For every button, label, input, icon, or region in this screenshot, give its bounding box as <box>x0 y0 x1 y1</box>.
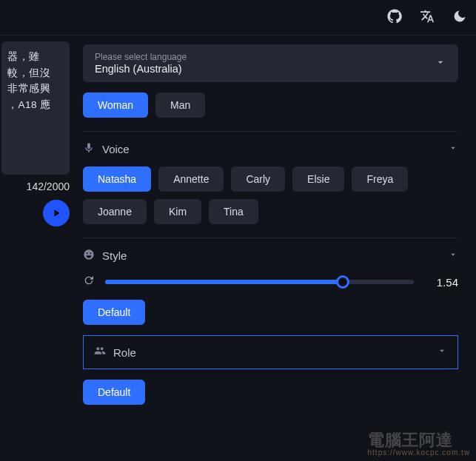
watermark: 電腦王阿達 https://www.kocpc.com.tw <box>368 429 470 457</box>
voice-elsie[interactable]: Elsie <box>292 166 344 192</box>
smile-icon <box>83 249 95 263</box>
mic-icon <box>83 142 95 156</box>
style-header[interactable]: Style <box>83 249 458 263</box>
gender-woman[interactable]: Woman <box>83 92 148 118</box>
voice-carly[interactable]: Carly <box>231 166 285 192</box>
chevron-down-icon <box>437 346 447 359</box>
play-button[interactable] <box>43 200 70 226</box>
style-default-button[interactable]: Default <box>83 300 145 325</box>
voice-tina[interactable]: Tina <box>209 199 258 224</box>
main-container: 器，雖 較，但沒 非常感興 ，A18 應 142/2000 Please sel… <box>0 36 476 461</box>
role-title: Role <box>113 346 429 359</box>
voice-annette[interactable]: Annette <box>158 166 224 192</box>
chevron-down-icon <box>448 249 458 262</box>
translate-icon[interactable] <box>420 9 435 27</box>
language-hint: Please select language <box>95 52 187 62</box>
chevron-down-icon <box>435 56 446 71</box>
github-icon[interactable] <box>387 9 402 27</box>
reset-icon[interactable] <box>83 275 95 289</box>
style-value: 1.54 <box>424 276 458 289</box>
play-icon <box>50 207 62 219</box>
text-line: ，A18 應 <box>7 97 64 113</box>
role-header[interactable]: Role <box>83 335 458 369</box>
topbar <box>0 0 476 36</box>
people-icon <box>94 345 106 360</box>
chevron-down-icon <box>448 143 458 155</box>
style-section: Style 1.54 Default <box>83 238 458 325</box>
style-title: Style <box>102 249 127 262</box>
right-column: Please select language English (Australi… <box>74 36 476 461</box>
voice-header[interactable]: Voice <box>83 142 458 156</box>
gender-row: WomanMan <box>83 92 458 118</box>
moon-icon[interactable] <box>452 9 467 27</box>
text-input[interactable]: 器，雖 較，但沒 非常感興 ，A18 應 <box>1 41 70 175</box>
voice-row: NatashaAnnetteCarlyElsieFreyaJoanneKimTi… <box>83 166 458 224</box>
text-line: 較，但沒 <box>7 65 64 81</box>
gender-man[interactable]: Man <box>155 92 205 118</box>
style-slider[interactable] <box>105 280 414 284</box>
slider-thumb[interactable] <box>336 275 349 289</box>
voice-joanne[interactable]: Joanne <box>83 199 147 224</box>
left-column: 器，雖 較，但沒 非常感興 ，A18 應 142/2000 <box>0 36 74 461</box>
role-chips: Default <box>83 380 458 405</box>
voice-section: Voice NatashaAnnetteCarlyElsieFreyaJoann… <box>83 131 458 224</box>
language-labels: Please select language English (Australi… <box>95 52 187 75</box>
voice-title: Voice <box>102 143 130 155</box>
watermark-url: https://www.kocpc.com.tw <box>368 448 470 457</box>
voice-kim[interactable]: Kim <box>154 199 201 224</box>
text-line: 非常感興 <box>7 81 64 97</box>
voice-freya[interactable]: Freya <box>352 166 408 192</box>
char-counter: 142/2000 <box>27 181 70 192</box>
style-chips: Default <box>83 300 458 325</box>
style-slider-row: 1.54 <box>83 275 458 289</box>
language-select[interactable]: Please select language English (Australi… <box>83 44 458 82</box>
text-line: 器，雖 <box>7 49 64 65</box>
language-value: English (Australia) <box>95 63 187 75</box>
watermark-text: 電腦王阿達 <box>368 431 453 449</box>
role-default-button[interactable]: Default <box>83 380 145 405</box>
voice-natasha[interactable]: Natasha <box>83 166 151 192</box>
